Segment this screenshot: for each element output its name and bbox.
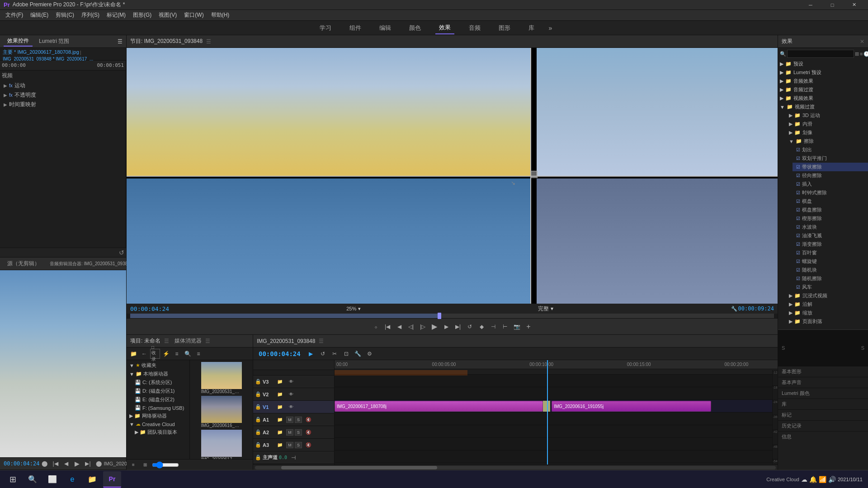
track-v2-row[interactable] (335, 387, 778, 400)
sub-zoom[interactable]: ▶ 📁 缩放 (785, 309, 868, 317)
lock-v1-icon[interactable]: 🔒 (255, 404, 261, 410)
tab-source-no-clip[interactable]: 源（无剪辑） (4, 259, 43, 268)
wipe-item-0[interactable]: ☑ 划出 (793, 145, 868, 154)
thumb-item-1[interactable]: IMG_20200531_093908 (201, 362, 242, 394)
lock-a2-icon[interactable]: 🔒 (255, 429, 261, 435)
track-a2-row[interactable] (335, 425, 778, 438)
master-end-icon[interactable]: ⊣ (288, 453, 298, 463)
edge-button[interactable]: e (63, 471, 81, 488)
play-btn-play[interactable]: ▶ (429, 322, 439, 332)
tab-audio-mixer[interactable]: 音频剪辑混合器: IMG_20200531_093848 (46, 260, 136, 268)
wipe-item-5[interactable]: ☑ 时钟式擦除 (793, 188, 868, 197)
menu-window[interactable]: 窗口(W) (180, 10, 207, 20)
timeline-ruler[interactable]: 00:00 00:00:05:00 00:00:10:00 00:00:15:0… (335, 360, 778, 369)
sub-dissolve[interactable]: ▶ 📁 沿解 (785, 300, 868, 309)
panel-menu-icon[interactable]: ☰ (118, 38, 123, 45)
effect-cat-lumetri-preset[interactable]: ▶ 📁 Lumetri 预设 (778, 68, 868, 77)
a2-folder-icon[interactable]: 📁 (275, 427, 285, 437)
tool1-btn[interactable]: ⚡ (161, 349, 171, 359)
sub-erase[interactable]: ▼ 📁 擦除 (785, 137, 868, 145)
play-btn-next-frame[interactable]: |▷ (418, 322, 428, 332)
premiere-button[interactable]: Pr (103, 471, 121, 488)
sub-immersive[interactable]: ▶ 📁 沉浸式视频 (785, 291, 868, 300)
tree-network[interactable]: ▶ 📁 网络驱动器 (127, 412, 189, 420)
clock-icon[interactable]: 🕐 (863, 51, 868, 57)
tree-drive-f[interactable]: 💾 F: (Samsung USB) (127, 404, 189, 412)
play-btn-insert[interactable]: ⊣ (488, 322, 498, 332)
marker-label[interactable]: 标记 (778, 409, 868, 420)
tl-snap-toggle[interactable]: ⊡ (341, 349, 351, 359)
a3-m-btn[interactable]: M (286, 442, 293, 448)
lock-a1-icon[interactable]: 🔒 (255, 417, 261, 422)
tree-favorites[interactable]: ▼ ★ 收藏夹 (127, 361, 189, 370)
tree-drive-c[interactable]: 💾 C: (系统分区) (127, 378, 189, 387)
new-bin-btn[interactable]: 📁 (128, 349, 138, 359)
tray-icon-1[interactable]: ☁ (801, 476, 807, 483)
a3-folder-icon[interactable]: 📁 (275, 440, 285, 450)
effect-cat-video-fx[interactable]: ▶ 📁 视频效果 (778, 94, 868, 103)
play-btn-prev-edit[interactable]: |◀ (382, 322, 392, 332)
minimize-button[interactable]: ─ (800, 0, 821, 10)
wipe-item-9[interactable]: ☑ 水波块 (793, 223, 868, 231)
menu-marker[interactable]: 标记(M) (103, 10, 129, 20)
arrow-btn[interactable]: ← (139, 349, 149, 359)
a2-mute-icon[interactable]: 🔇 (303, 427, 313, 437)
wipe-item-11[interactable]: ☑ 渐变擦除 (793, 240, 868, 249)
v1-folder-icon[interactable]: 📁 (275, 402, 285, 412)
nav-more[interactable]: » (549, 24, 552, 32)
wipe-item-15[interactable]: ☑ 随机擦除 (793, 274, 868, 283)
basic-audio-label[interactable]: 基本声音 (778, 377, 868, 388)
tab-effect-controls[interactable]: 效果控件 (4, 36, 33, 47)
timeline-menu-icon[interactable]: ☰ (319, 338, 324, 344)
play-btn-step-back[interactable]: ◀ (394, 322, 404, 332)
nav-audio[interactable]: 音频 (465, 22, 484, 34)
lock-master-icon[interactable]: 🔒 (255, 455, 261, 460)
play-btn-next-edit[interactable]: ▶| (453, 322, 463, 332)
grid-view-icon[interactable]: ⊞ (855, 51, 859, 57)
menu-edit[interactable]: 编辑(E) (27, 10, 52, 20)
search-btn[interactable]: 🔍 (183, 349, 193, 359)
a1-m-btn[interactable]: M (286, 417, 293, 423)
track-a1-row[interactable] (335, 413, 778, 425)
media-browser-tab2[interactable]: 媒体消览器 (175, 337, 202, 345)
fx-time-remap[interactable]: ▶ 时间重映射 (0, 100, 126, 109)
tab-lumetri-scope[interactable]: Lumetri 范围 (35, 37, 73, 46)
nav-color[interactable]: 颜色 (406, 22, 425, 34)
lock-a3-icon[interactable]: 🔒 (255, 442, 261, 448)
list-view-small-btn[interactable]: ≡ (128, 460, 138, 470)
lock-v3-icon[interactable]: 🔒 (255, 379, 261, 385)
menu-sequence[interactable]: 序列(S) (78, 10, 103, 20)
progress-thumb[interactable] (438, 313, 441, 319)
ingest-btn[interactable]: □ 收录 (150, 349, 160, 359)
v1-eye-icon[interactable]: 👁 (286, 402, 296, 412)
monitor-menu-icon[interactable]: ☰ (206, 38, 211, 45)
list-view-icon[interactable]: ≡ (860, 51, 863, 56)
search-button[interactable]: 🔍 (24, 471, 42, 488)
fx-reset-btn[interactable]: ↺ (119, 249, 124, 256)
transition-widget[interactable] (530, 171, 538, 178)
grid-view-btn[interactable]: ⊞ (140, 460, 150, 470)
tl-ripple-delete[interactable]: ↺ (318, 349, 328, 359)
menu-graphic[interactable]: 图形(G) (129, 10, 155, 20)
tree-creative-cloud[interactable]: ▼ ☁ Creative Cloud (127, 420, 189, 428)
play-btn-step-fwd[interactable]: ▶ (441, 322, 451, 332)
wipe-item-10[interactable]: ☑ 油漆飞溅 (793, 231, 868, 240)
effects-panel-close[interactable]: ✕ (860, 38, 864, 45)
wipe-item-16[interactable]: ☑ 风车 (793, 283, 868, 291)
menu-file[interactable]: 文件(F) (2, 10, 27, 20)
effect-cat-preset[interactable]: ▶ 📁 预设 (778, 60, 868, 68)
lock-v2-icon[interactable]: 🔒 (255, 391, 261, 397)
track-master-row[interactable] (335, 450, 778, 463)
src-btn-3[interactable]: ◀ (61, 459, 71, 469)
menu-view[interactable]: 视图(V) (155, 10, 180, 20)
a1-mute-icon[interactable]: 🔇 (303, 415, 313, 425)
wipe-item-14[interactable]: ☑ 随机块 (793, 266, 868, 274)
fx-motion[interactable]: ▶ fx 运动 (0, 81, 126, 90)
tree-team-project[interactable]: ▶ 📁 团队项目版本 (127, 428, 189, 436)
play-btn-mark-out[interactable]: ◆ (476, 322, 486, 332)
nav-library[interactable]: 库 (525, 22, 538, 34)
play-btn-loop[interactable]: ↺ (465, 322, 475, 332)
effect-cat-audio-trans[interactable]: ▶ 📁 音频过渡 (778, 85, 868, 94)
tl-clip-1[interactable]: IMG_20200617_180708j (335, 401, 543, 412)
network-tray-icon[interactable]: 📶 (819, 476, 826, 483)
